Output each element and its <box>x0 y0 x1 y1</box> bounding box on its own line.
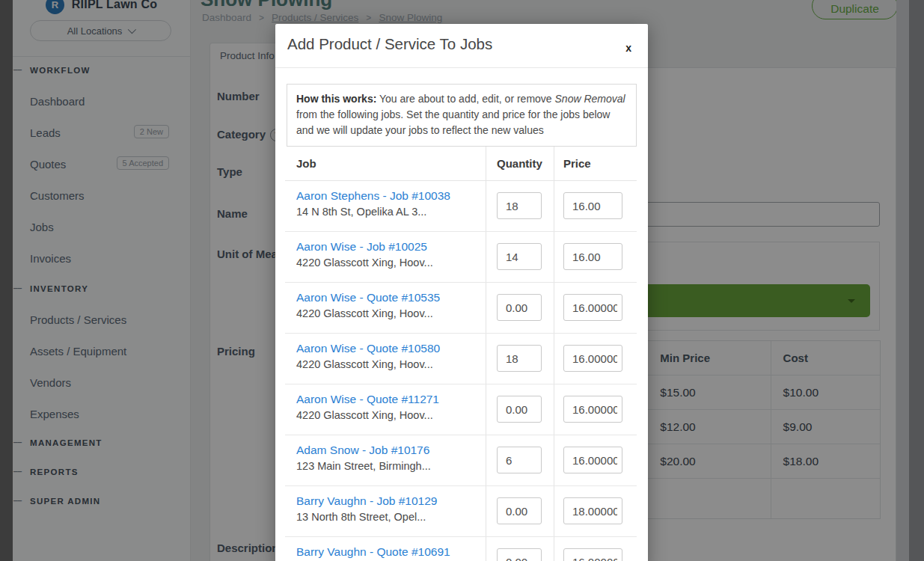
job-address: 123 Main Street, Birmingh... <box>296 460 486 472</box>
job-row: Aaron Wise - Job #10025 4220 Glasscott X… <box>285 232 637 283</box>
price-input[interactable] <box>563 396 622 423</box>
quantity-input[interactable] <box>497 243 542 270</box>
price-input[interactable] <box>563 497 622 524</box>
close-icon[interactable]: x <box>621 40 636 55</box>
price-input[interactable] <box>563 447 622 473</box>
how-this-works-highlight: Snow Removal <box>555 93 625 105</box>
job-row: Barry Vaughn - Quote #10691 13 North 8th… <box>285 537 637 561</box>
price-input[interactable] <box>563 243 622 270</box>
add-product-to-jobs-modal: Add Product / Service To Jobs x How this… <box>275 24 648 561</box>
price-input[interactable] <box>563 192 622 219</box>
quantity-input[interactable] <box>497 396 542 423</box>
price-column-header: Price <box>554 147 637 180</box>
job-row: Barry Vaughn - Job #10129 13 North 8th S… <box>285 486 637 537</box>
modal-title: Add Product / Service To Jobs <box>287 35 492 53</box>
jobs-table-header: Job Quantity Price <box>285 147 637 181</box>
how-this-works-lead: How this works: <box>296 93 376 105</box>
job-link[interactable]: Aaron Wise - Job #10025 <box>296 240 486 254</box>
job-row: Aaron Wise - Quote #11271 4220 Glasscott… <box>285 384 637 435</box>
job-row: Adam Snow - Job #10176 123 Main Street, … <box>285 435 637 486</box>
job-row: Aaron Wise - Quote #10580 4220 Glasscott… <box>285 334 637 384</box>
quantity-input[interactable] <box>497 548 542 561</box>
job-address: 4220 Glasscott Xing, Hoov... <box>296 409 486 421</box>
price-input[interactable] <box>563 345 622 372</box>
job-row: Aaron Wise - Quote #10535 4220 Glasscott… <box>285 283 637 334</box>
quantity-input[interactable] <box>497 294 542 321</box>
job-column-header: Job <box>285 147 486 180</box>
job-link[interactable]: Adam Snow - Job #10176 <box>296 444 486 457</box>
job-address: 4220 Glasscott Xing, Hoov... <box>296 358 486 370</box>
quantity-input[interactable] <box>497 497 542 524</box>
job-address: 4220 Glasscott Xing, Hoov... <box>296 307 486 319</box>
job-address: 13 North 8th Street, Opel... <box>296 511 486 523</box>
price-input[interactable] <box>563 294 622 321</box>
how-this-works-part1: You are about to add, edit, or remove <box>376 93 554 105</box>
how-this-works-part2: from the following jobs. Set the quantit… <box>296 108 610 136</box>
price-input[interactable] <box>563 548 622 561</box>
jobs-table: Job Quantity Price Aaron Stephens - Job … <box>285 147 637 561</box>
quantity-input[interactable] <box>497 447 542 473</box>
job-row: Aaron Stephens - Job #10038 14 N 8th St,… <box>285 181 637 232</box>
job-link[interactable]: Aaron Wise - Quote #11271 <box>296 393 486 406</box>
job-link[interactable]: Barry Vaughn - Quote #10691 <box>296 545 486 559</box>
job-link[interactable]: Barry Vaughn - Job #10129 <box>296 494 486 508</box>
job-link[interactable]: Aaron Wise - Quote #10580 <box>296 342 486 355</box>
job-link[interactable]: Aaron Stephens - Job #10038 <box>296 189 486 203</box>
job-address: 14 N 8th St, Opelika AL 3... <box>296 206 486 218</box>
quantity-column-header: Quantity <box>486 147 554 180</box>
job-address: 4220 Glasscott Xing, Hoov... <box>296 257 486 269</box>
job-link[interactable]: Aaron Wise - Quote #10535 <box>296 291 486 304</box>
quantity-input[interactable] <box>497 345 542 372</box>
app-window: R RIIPL Lawn Co All Locations WORKFLOW D… <box>0 0 924 561</box>
modal-header: Add Product / Service To Jobs x <box>275 24 648 68</box>
how-this-works-note: How this works: You are about to add, ed… <box>287 84 637 147</box>
quantity-input[interactable] <box>497 192 542 219</box>
